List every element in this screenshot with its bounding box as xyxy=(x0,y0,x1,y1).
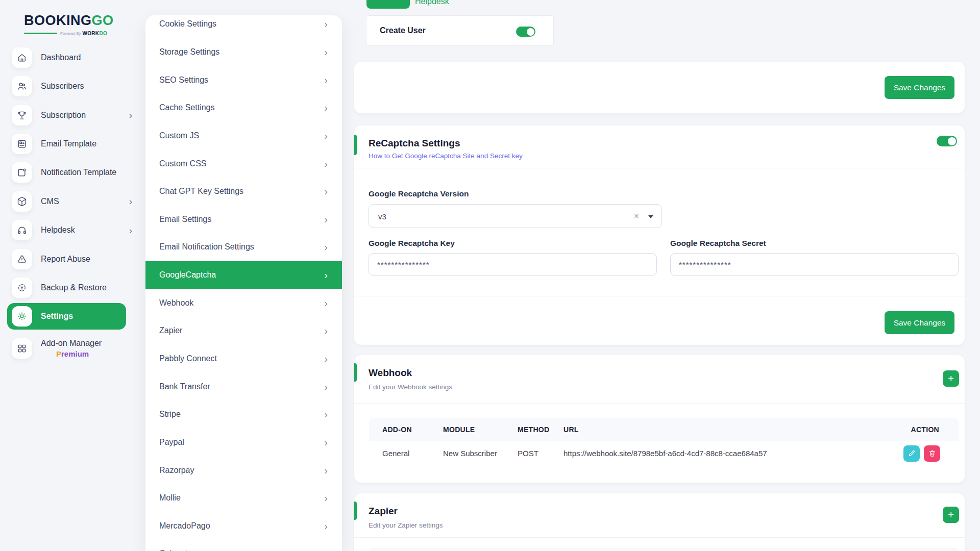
save-changes-button-general[interactable]: Save Changes xyxy=(885,76,954,99)
settings-menu-item[interactable]: MercadoPago › xyxy=(145,512,342,540)
settings-menu-item[interactable]: Paypal › xyxy=(145,429,342,457)
chevron-right-icon: › xyxy=(324,75,328,85)
settings-menu-item[interactable]: SEO Settings › xyxy=(145,66,342,94)
add-webhook-button[interactable]: + xyxy=(943,370,959,387)
sidebar-nav: Dashboard Subscribers Subscription › Ema… xyxy=(0,36,145,367)
workdo-logo: WORKDO xyxy=(83,31,107,36)
chevron-right-icon: › xyxy=(324,325,328,336)
chevron-right-icon: › xyxy=(324,465,328,475)
chevron-right-icon: › xyxy=(324,382,328,392)
chevron-right-icon: › xyxy=(324,521,328,531)
users-icon xyxy=(17,81,27,91)
sidebar-item-notification-template[interactable]: Notification Template xyxy=(0,158,145,187)
brand-logo[interactable]: BOOKINGGO Powered By WORKDO xyxy=(24,13,107,36)
alert-triangle-icon xyxy=(17,254,27,264)
tab-general[interactable]: General xyxy=(366,0,410,9)
settings-menu-item[interactable]: Zapier › xyxy=(145,317,342,345)
pencil-icon xyxy=(908,449,916,457)
section-accent-bar xyxy=(354,502,357,520)
chevron-right-icon: › xyxy=(324,437,328,447)
settings-menu-item[interactable]: Mollie › xyxy=(145,484,342,512)
recaptcha-settings-card: ReCaptcha Settings How to Get Google reC… xyxy=(354,126,965,345)
webhook-table-body: General New Subscriber POST https://webh… xyxy=(369,441,959,466)
chevron-right-icon: › xyxy=(324,242,328,252)
sidebar-item-helpdesk[interactable]: Helpdesk › xyxy=(0,216,145,244)
settings-menu-item[interactable]: Email Notification Settings › xyxy=(145,233,342,261)
general-save-card: Save Changes xyxy=(354,62,965,113)
edit-webhook-button[interactable] xyxy=(903,445,920,462)
create-user-toggle[interactable] xyxy=(516,27,535,37)
column-header-action: ACTION xyxy=(882,425,959,434)
settings-menu-item[interactable]: Razorpay › xyxy=(145,456,342,484)
save-changes-button-recaptcha[interactable]: Save Changes xyxy=(885,311,954,334)
settings-menu-item[interactable]: Cache Settings › xyxy=(145,94,342,122)
recaptcha-version-label: Google Recaptcha Version xyxy=(369,189,469,198)
recaptcha-key-input[interactable] xyxy=(369,253,657,276)
settings-menu-item[interactable]: Cookie Settings › xyxy=(145,15,342,38)
settings-menu-item[interactable]: Coingate › xyxy=(145,540,342,551)
chevron-right-icon: › xyxy=(324,214,328,224)
chevron-right-icon: › xyxy=(324,409,328,419)
webhook-table-header: ADD-ON MODULE METHOD URL ACTION xyxy=(369,418,959,441)
recaptcha-help-link[interactable]: How to Get Google reCaptcha Site and Sec… xyxy=(369,152,523,160)
column-header-module: MODULE xyxy=(443,425,518,434)
chevron-right-icon: › xyxy=(324,270,328,280)
settings-menu-item[interactable]: Bank Transfer › xyxy=(145,372,342,400)
tab-helpdesk[interactable]: Helpdesk xyxy=(415,0,449,6)
chevron-right-icon: › xyxy=(324,19,328,29)
chevron-right-icon: › xyxy=(129,196,132,206)
clear-selection-icon[interactable]: × xyxy=(634,211,639,221)
settings-menu-item[interactable]: Custom JS › xyxy=(145,122,342,150)
zapier-section-title: Zapier xyxy=(369,506,398,517)
chevron-right-icon: › xyxy=(129,226,132,235)
sidebar-item-backup-restore[interactable]: Backup & Restore xyxy=(0,273,145,302)
settings-page: BOOKINGGO Powered By WORKDO Dashboard Su… xyxy=(0,0,980,551)
create-user-label: Create User xyxy=(380,26,426,35)
recaptcha-section-title: ReCaptcha Settings xyxy=(369,138,460,149)
sidebar-item-addon-manager[interactable]: Add-on Manager Premium xyxy=(0,331,145,366)
restore-icon xyxy=(17,283,27,293)
sidebar-item-cms[interactable]: CMS › xyxy=(0,187,145,216)
recaptcha-enable-toggle[interactable] xyxy=(937,136,957,146)
headphones-icon xyxy=(17,225,27,235)
add-zapier-button[interactable]: + xyxy=(943,507,959,523)
zapier-card: Zapier Edit your Zapier settings + xyxy=(354,493,965,551)
settings-menu-item[interactable]: Custom CSS › xyxy=(145,149,342,178)
column-header-addon: ADD-ON xyxy=(382,425,443,434)
main-content: General Helpdesk Create User Save Change… xyxy=(354,0,965,551)
settings-submenu: Cookie Settings › Storage Settings › SEO… xyxy=(145,15,342,551)
chevron-right-icon: › xyxy=(324,186,328,196)
recaptcha-key-label: Google Recaptcha Key xyxy=(369,239,455,248)
settings-menu-item[interactable]: Chat GPT Key Settings › xyxy=(145,178,342,206)
recaptcha-secret-input[interactable] xyxy=(670,253,959,276)
grid-icon xyxy=(17,343,27,354)
sidebar-item-report-abuse[interactable]: Report Abuse xyxy=(0,244,145,273)
settings-menu-list: Cookie Settings › Storage Settings › SEO… xyxy=(145,15,342,551)
zapier-section-subtitle: Edit your Zapier settings xyxy=(369,521,443,529)
settings-menu-item[interactable]: Email Settings › xyxy=(145,205,342,233)
sidebar-item-subscribers[interactable]: Subscribers xyxy=(0,72,145,101)
sidebar-item-dashboard[interactable]: Dashboard xyxy=(0,43,145,72)
notification-square-icon xyxy=(17,167,27,178)
caret-down-icon[interactable] xyxy=(648,215,653,218)
settings-menu-item[interactable]: Storage Settings › xyxy=(145,38,342,66)
sidebar-item-email-template[interactable]: Email Template xyxy=(0,130,145,158)
powered-by-text: Powered By xyxy=(60,31,81,36)
settings-menu-item[interactable]: Stripe › xyxy=(145,400,342,429)
cell-module: New Subscriber xyxy=(443,449,518,458)
settings-menu-item[interactable]: GoogleCaptcha › xyxy=(145,261,342,289)
sidebar-item-settings[interactable]: Settings xyxy=(7,303,126,330)
cell-method: POST xyxy=(518,449,564,458)
trophy-icon xyxy=(17,110,27,120)
brand-underline xyxy=(24,33,57,34)
delete-webhook-button[interactable] xyxy=(924,445,940,462)
recaptcha-version-select[interactable]: v3 × xyxy=(369,204,662,228)
section-accent-bar xyxy=(354,135,357,155)
webhook-card: Webhook Edit your Webhook settings + ADD… xyxy=(354,355,965,483)
settings-menu-item[interactable]: Pabbly Connect › xyxy=(145,345,342,373)
divider xyxy=(354,403,965,404)
webhook-table-row: General New Subscriber POST https://webh… xyxy=(369,441,959,466)
sidebar-item-subscription[interactable]: Subscription › xyxy=(0,101,145,129)
chevron-right-icon: › xyxy=(324,103,328,113)
settings-menu-item[interactable]: Webhook › xyxy=(145,289,342,317)
